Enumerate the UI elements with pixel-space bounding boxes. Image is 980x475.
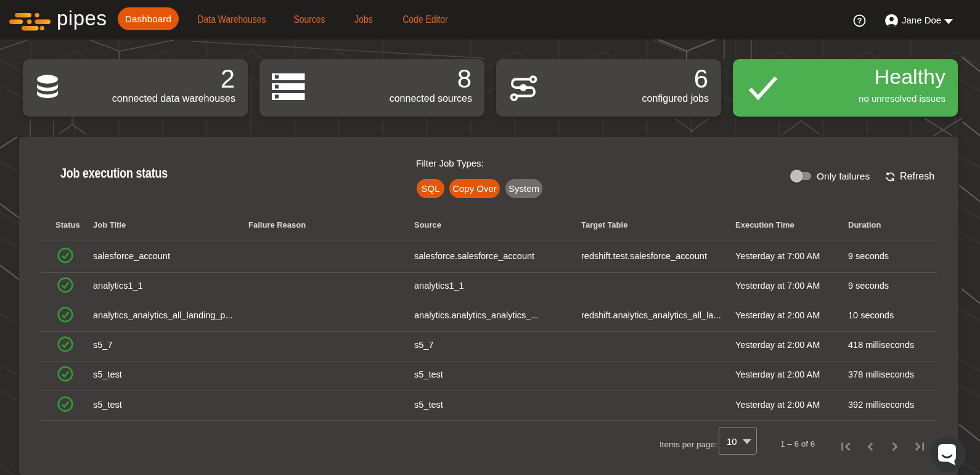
svg-text:?: ? xyxy=(857,17,862,25)
